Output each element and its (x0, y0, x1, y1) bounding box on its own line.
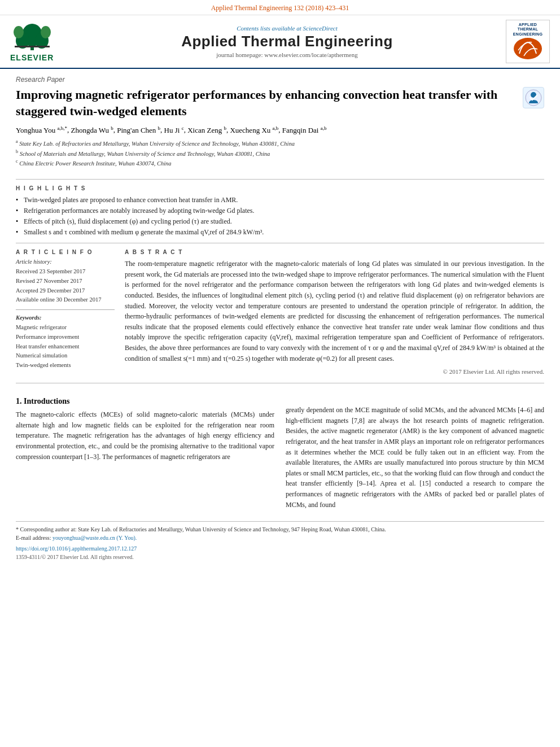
logo-line3: ENGINEERING (509, 32, 547, 37)
body-text-left: The magneto-caloric effects (MCEs) of so… (16, 409, 274, 462)
journal-url: journal homepage: www.elsevier.com/locat… (72, 51, 502, 58)
elsevier-tree-icon (10, 21, 55, 52)
article-history: Article history: Received 23 September 2… (16, 257, 115, 305)
journal-citation-link[interactable]: Applied Thermal Engineering 132 (2018) 4… (211, 4, 349, 12)
elsevier-logo: ELSEVIER (10, 21, 72, 62)
content-line: Contents lists available at ScienceDirec… (72, 25, 502, 32)
keyword-2: Performance improvement (16, 333, 115, 342)
author-6: Xuecheng Xu a,b (230, 126, 278, 134)
article-info-label: A R T I C L E I N F O (16, 249, 115, 255)
copyright-notice: © 2017 Elsevier Ltd. All rights reserved… (125, 368, 544, 375)
paper-title-section: Improving magnetic refrigerator performa… (16, 87, 544, 173)
issn-text: 1359-4311/© 2017 Elsevier Ltd. All right… (16, 553, 544, 561)
highlight-item-3: Effects of pitch (s), fluid displacement… (16, 216, 544, 226)
title-text-area: Improving magnetic refrigerator performa… (16, 87, 516, 173)
highlights-list: Twin-wedged plates are proposed to enhan… (16, 195, 544, 237)
doi-link[interactable]: https://doi.org/10.1016/j.applthermaleng… (16, 544, 544, 553)
highlights-label: H I G H L I G H T S (16, 185, 544, 191)
science-direct-link[interactable]: ScienceDirect (303, 25, 338, 32)
author-7: Fangqin Dai a,b (282, 126, 327, 134)
accepted-date: Accepted 29 December 2017 (16, 286, 115, 296)
affiliation-c: c China Electric Power Research Institut… (16, 158, 516, 168)
divider-2 (16, 243, 544, 243)
affiliation-a: a State Key Lab. of Refractories and Met… (16, 138, 516, 148)
keywords-label: Keywords: (16, 313, 115, 323)
highlight-item-2: Refrigeration performances are notably i… (16, 206, 544, 216)
divider-1 (16, 179, 544, 180)
keywords-list: Magnetic refrigerator Performance improv… (16, 323, 115, 370)
highlight-item-4: Smallest s and τ combined with medium φ … (16, 227, 544, 237)
author-2: Zhongda Wu b (71, 126, 113, 134)
body-paragraph-left: The magneto-caloric effects (MCEs) of so… (16, 409, 274, 462)
svg-point-4 (14, 26, 24, 38)
body-two-col: 1. Introductions The magneto-caloric eff… (16, 391, 544, 513)
abstract-label: A B S T R A C T (125, 249, 544, 255)
right-logo-area: APPLIED THERMAL ENGINEERING (502, 20, 550, 63)
paper-type-label: Research Paper (16, 76, 544, 84)
received-date: Received 23 September 2017 (16, 267, 115, 277)
journal-title-area: Contents lists available at ScienceDirec… (72, 25, 502, 58)
logo-line1: APPLIED (509, 23, 547, 27)
top-bar: Applied Thermal Engineering 132 (2018) 4… (0, 0, 560, 15)
body-col-right: greatly dependent on the MCE magnitude o… (286, 391, 544, 513)
authors-line: Yonghua You a,b,*, Zhongda Wu b, Ping'an… (16, 124, 516, 136)
body-text-right: greatly dependent on the MCE magnitude o… (286, 405, 544, 510)
svg-rect-6 (15, 46, 50, 47)
available-date: Available online 30 December 2017 (16, 295, 115, 305)
body-paragraph-right: greatly dependent on the MCE magnitude o… (286, 405, 544, 510)
article-info-column: A R T I C L E I N F O Article history: R… (16, 249, 115, 375)
corresponding-author-note: * Corresponding author at: State Key Lab… (16, 525, 544, 534)
paper-title: Improving magnetic refrigerator performa… (16, 87, 516, 119)
section-1-heading: 1. Introductions (16, 397, 274, 406)
logo-line2: THERMAL (509, 27, 547, 32)
email-line: E-mail address: youyonghua@wuste.edu.cn … (16, 534, 544, 542)
author-1: Yonghua You a,b,* (16, 126, 67, 134)
info-abstract-section: A R T I C L E I N F O Article history: R… (16, 249, 544, 375)
revised-date: Revised 27 November 2017 (16, 277, 115, 286)
footnote-area: * Corresponding author at: State Key Lab… (16, 521, 544, 561)
journal-title: Applied Thermal Engineering (72, 33, 502, 50)
abstract-column: A B S T R A C T The room-temperature mag… (125, 249, 544, 375)
keywords-section: Keywords: Magnetic refrigerator Performa… (16, 313, 115, 370)
history-label: Article history: (16, 257, 115, 267)
keyword-5: Twin-wedged elements (16, 361, 115, 370)
abstract-paragraph: The room-temperature magnetic refrigerat… (125, 259, 544, 364)
author-5: Xican Zeng b (187, 126, 226, 134)
article-body: 1. Introductions The magneto-caloric eff… (16, 391, 544, 513)
logo-decoration-icon (514, 38, 542, 59)
keyword-1: Magnetic refrigerator (16, 323, 115, 333)
divider-3 (16, 383, 544, 383)
email-link[interactable]: youyonghua@wuste.edu.cn (Y. You). (53, 535, 137, 541)
main-content: Research Paper Improving magnetic refrig… (0, 69, 560, 568)
email-label: E-mail address: (16, 535, 51, 541)
author-3: Ping'an Chen b (117, 126, 160, 134)
body-col-left: 1. Introductions The magneto-caloric eff… (16, 391, 274, 513)
journal-logo-box: APPLIED THERMAL ENGINEERING (506, 20, 550, 63)
abstract-text: The room-temperature magnetic refrigerat… (125, 259, 544, 364)
elsevier-brand-name: ELSEVIER (10, 53, 54, 62)
check-for-updates-badge (523, 87, 544, 108)
affiliation-b: b School of Materials and Metallurgy, Wu… (16, 148, 516, 158)
journal-logo-graphic (514, 38, 542, 59)
doi-anchor[interactable]: https://doi.org/10.1016/j.applthermaleng… (16, 545, 137, 552)
affiliations: a State Key Lab. of Refractories and Met… (16, 138, 516, 168)
svg-point-5 (41, 26, 51, 38)
info-divider (16, 309, 115, 310)
journal-header: ELSEVIER Contents lists available at Sci… (0, 15, 560, 69)
check-updates-icon (524, 89, 542, 107)
keyword-4: Numerical simulation (16, 351, 115, 361)
keyword-3: Heat transfer enhancement (16, 342, 115, 352)
author-4: Hu Ji c (164, 126, 184, 134)
highlight-item-1: Twin-wedged plates are proposed to enhan… (16, 195, 544, 205)
elsevier-logo-area: ELSEVIER (10, 21, 72, 62)
